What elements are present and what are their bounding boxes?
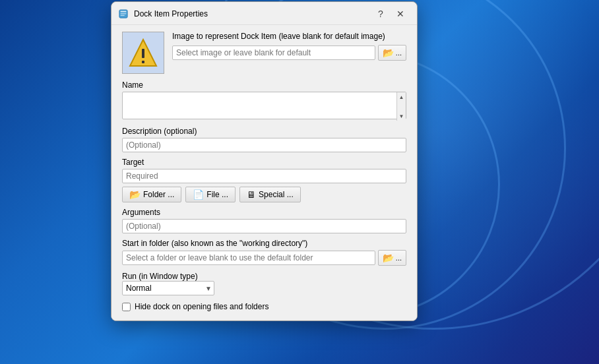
title-controls: ? ✕ bbox=[372, 7, 409, 20]
dialog-svg-icon bbox=[119, 9, 128, 18]
title-bar-left: Dock Item Properties bbox=[118, 9, 208, 19]
hide-dock-row: Hide dock on opening files and folders bbox=[122, 302, 406, 311]
start-folder-input-row: 📂 ... bbox=[122, 250, 406, 266]
run-section: Run (in Window type) Normal Minimized Ma… bbox=[122, 271, 406, 295]
name-input-wrapper: ▲ ▼ bbox=[122, 92, 406, 121]
start-folder-label: Start in folder (also known as the "work… bbox=[122, 239, 406, 248]
target-label: Target bbox=[122, 158, 406, 167]
description-section: Description (optional) bbox=[122, 127, 406, 152]
file-btn-icon: 📄 bbox=[193, 189, 204, 200]
svg-rect-2 bbox=[121, 13, 127, 14]
arguments-section: Arguments bbox=[122, 208, 406, 233]
image-row: Image to represent Dock Item (leave blan… bbox=[122, 32, 406, 74]
target-section: Target 📂 Folder ... 📄 File ... 🖥 Special… bbox=[122, 158, 406, 202]
run-label: Run (in Window type) bbox=[122, 272, 198, 281]
image-path-input[interactable] bbox=[172, 46, 375, 60]
arguments-label: Arguments bbox=[122, 208, 406, 217]
image-label: Image to represent Dock Item (leave blan… bbox=[172, 32, 406, 41]
name-scrollbar: ▲ ▼ bbox=[396, 92, 406, 121]
close-button[interactable]: ✕ bbox=[392, 7, 409, 20]
title-bar: Dock Item Properties ? ✕ bbox=[111, 2, 417, 25]
run-select[interactable]: Normal Minimized Maximized bbox=[122, 281, 214, 295]
scroll-down-arrow[interactable]: ▼ bbox=[397, 111, 406, 121]
image-preview bbox=[122, 32, 164, 74]
special-btn-icon: 🖥 bbox=[247, 189, 256, 200]
name-label: Name bbox=[122, 80, 406, 90]
image-input-row: 📂 ... bbox=[172, 45, 406, 61]
start-folder-input[interactable] bbox=[122, 251, 375, 265]
svg-rect-1 bbox=[121, 11, 127, 13]
arguments-input[interactable] bbox=[122, 219, 406, 233]
name-section: Name ▲ ▼ bbox=[122, 80, 406, 121]
scroll-up-arrow[interactable]: ▲ bbox=[397, 92, 406, 102]
hide-dock-checkbox[interactable] bbox=[122, 303, 131, 311]
warning-icon bbox=[127, 37, 159, 69]
dialog-dock-item-properties: Dock Item Properties ? ✕ Image to repres… bbox=[111, 1, 418, 321]
start-folder-section: Start in folder (also known as the "work… bbox=[122, 239, 406, 266]
hide-dock-label: Hide dock on opening files and folders bbox=[135, 302, 268, 311]
help-button[interactable]: ? bbox=[372, 7, 389, 20]
special-btn-label: Special ... bbox=[259, 190, 294, 199]
svg-rect-6 bbox=[142, 61, 144, 63]
file-browse-button[interactable]: 📄 File ... bbox=[185, 187, 236, 202]
description-label: Description (optional) bbox=[122, 127, 406, 136]
image-browse-button[interactable]: 📂 ... bbox=[378, 45, 406, 61]
start-folder-browse-label: ... bbox=[396, 254, 402, 262]
dialog-title: Dock Item Properties bbox=[134, 9, 208, 18]
run-select-wrapper: Normal Minimized Maximized ▼ bbox=[122, 281, 214, 295]
start-folder-icon: 📂 bbox=[383, 253, 394, 263]
special-browse-button[interactable]: 🖥 Special ... bbox=[239, 187, 301, 202]
folder-btn-icon: 📂 bbox=[129, 189, 141, 200]
folder-browse-button[interactable]: 📂 Folder ... bbox=[122, 187, 181, 202]
svg-rect-3 bbox=[121, 15, 125, 16]
folder-btn-label: Folder ... bbox=[143, 190, 174, 199]
dialog-icon bbox=[118, 9, 129, 19]
target-input[interactable] bbox=[122, 169, 406, 183]
target-buttons: 📂 Folder ... 📄 File ... 🖥 Special ... bbox=[122, 187, 406, 202]
description-input[interactable] bbox=[122, 138, 406, 152]
start-folder-browse-button[interactable]: 📂 ... bbox=[378, 250, 406, 266]
svg-rect-5 bbox=[142, 49, 144, 58]
folder-icon: 📂 bbox=[383, 47, 394, 58]
image-right: Image to represent Dock Item (leave blan… bbox=[172, 32, 406, 61]
dialog-body: Image to represent Dock Item (leave blan… bbox=[111, 25, 417, 320]
file-btn-label: File ... bbox=[206, 190, 228, 199]
name-input[interactable] bbox=[122, 92, 406, 119]
image-browse-label: ... bbox=[396, 49, 402, 57]
